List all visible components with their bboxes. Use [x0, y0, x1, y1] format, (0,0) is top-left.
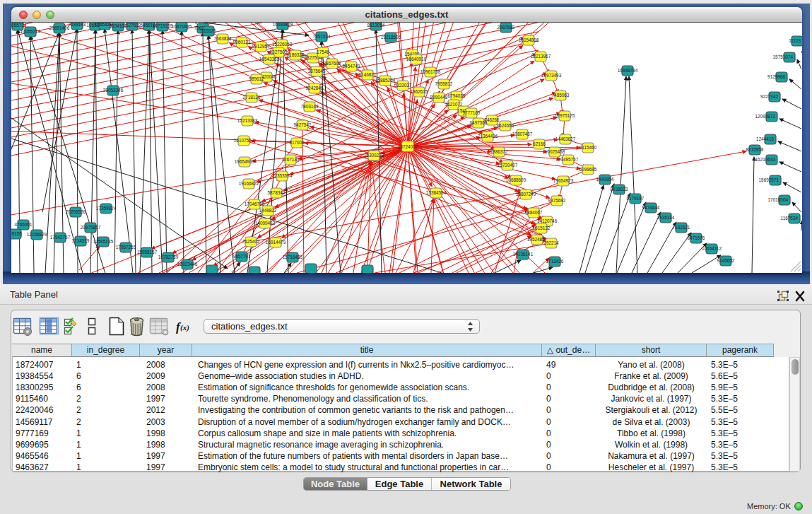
svg-text:16640910: 16640910: [406, 57, 427, 62]
svg-text:9242848: 9242848: [306, 86, 324, 90]
svg-text:14099483: 14099483: [255, 221, 276, 226]
svg-text:1440954: 1440954: [596, 177, 614, 182]
svg-text:15885204: 15885204: [375, 78, 396, 83]
svg-text:1714519: 1714519: [72, 238, 90, 243]
svg-text:17016504: 17016504: [768, 197, 789, 202]
svg-text:8454749: 8454749: [343, 64, 360, 69]
svg-text:6794028: 6794028: [448, 93, 466, 98]
svg-text:2055714: 2055714: [11, 23, 27, 28]
svg-text:12213383: 12213383: [237, 118, 258, 123]
svg-text:5878342: 5878342: [268, 190, 286, 195]
svg-text:12975125: 12975125: [555, 113, 575, 118]
svg-text:9474444: 9474444: [642, 205, 660, 210]
svg-text:1244415: 1244415: [756, 136, 774, 141]
svg-text:6099695: 6099695: [579, 167, 597, 172]
svg-text:3875645: 3875645: [308, 69, 326, 74]
svg-text:7632621: 7632621: [673, 225, 690, 230]
svg-text:2087682: 2087682: [498, 25, 515, 30]
svg-text:15300233: 15300233: [364, 153, 384, 158]
svg-text:2867608: 2867608: [324, 61, 341, 66]
svg-text:817006: 817006: [289, 140, 305, 145]
svg-text:16782759: 16782759: [158, 255, 179, 259]
svg-text:7663822: 7663822: [214, 36, 232, 41]
svg-text:17046785: 17046785: [245, 201, 265, 206]
svg-text:10025458: 10025458: [545, 149, 565, 154]
svg-text:1167534: 1167534: [781, 216, 799, 221]
svg-text:9427542: 9427542: [294, 122, 312, 127]
svg-text:1527602: 1527602: [124, 23, 141, 28]
svg-text:16107552: 16107552: [234, 138, 254, 143]
svg-text:20206536: 20206536: [66, 209, 86, 214]
svg-text:10688609: 10688609: [506, 177, 526, 182]
svg-text:13384554: 13384554: [426, 190, 447, 195]
svg-text:16033809: 16033809: [273, 23, 293, 27]
svg-text:9227342: 9227342: [760, 94, 778, 99]
svg-text:15751074: 15751074: [773, 54, 794, 59]
svg-text:15692971: 15692971: [759, 177, 779, 182]
svg-text:18724007: 18724007: [398, 144, 418, 149]
svg-text:9777169: 9777169: [463, 110, 481, 115]
svg-text:20691406: 20691406: [49, 25, 70, 30]
svg-text:12093872: 12093872: [755, 114, 776, 119]
svg-text:16948784: 16948784: [618, 68, 638, 73]
svg-text:4765001: 4765001: [15, 222, 33, 227]
svg-text:15226058: 15226058: [272, 42, 293, 47]
svg-text:10719155: 10719155: [153, 23, 173, 28]
svg-text:12213967: 12213967: [531, 54, 551, 59]
svg-text:252214: 252214: [543, 240, 559, 245]
svg-text:17957255: 17957255: [116, 245, 136, 250]
svg-text:6497568: 6497568: [470, 120, 488, 125]
svg-text:8813054: 8813054: [367, 23, 385, 28]
svg-text:19654933: 19654933: [235, 159, 255, 164]
svg-text:62166: 62166: [533, 141, 546, 146]
svg-text:2718126: 2718126: [243, 95, 261, 100]
svg-text:9146821: 9146821: [359, 72, 377, 77]
svg-text:8990448: 8990448: [430, 95, 448, 100]
svg-text:15958157: 15958157: [137, 250, 158, 255]
svg-text:8912954: 8912954: [252, 44, 270, 49]
svg-text:20975857: 20975857: [81, 225, 101, 230]
svg-text:14136141: 14136141: [513, 252, 534, 257]
svg-text:12156829: 12156829: [27, 232, 47, 237]
svg-text:9115460: 9115460: [579, 145, 597, 150]
svg-text:10973493: 10973493: [541, 73, 562, 78]
svg-text:19166822: 19166822: [239, 181, 259, 186]
svg-text:1362615: 1362615: [411, 89, 428, 94]
svg-text:(x): (x): [180, 323, 189, 332]
svg-text:13807249: 13807249: [516, 192, 536, 197]
svg-text:17359924: 17359924: [96, 206, 117, 211]
svg-text:12353594: 12353594: [272, 173, 293, 178]
svg-text:23495757: 23495757: [558, 157, 579, 162]
svg-text:9129966: 9129966: [767, 74, 785, 79]
svg-text:14120746: 14120746: [537, 218, 558, 223]
svg-text:39155: 39155: [11, 231, 22, 236]
svg-text:12823446: 12823446: [177, 262, 198, 267]
svg-text:10961758: 10961758: [420, 69, 441, 74]
svg-text:14055714: 14055714: [20, 29, 41, 34]
svg-text:7485063: 7485063: [552, 93, 570, 98]
svg-text:10654112: 10654112: [702, 246, 722, 251]
svg-text:1449822: 1449822: [259, 208, 277, 213]
svg-text:7625402: 7625402: [242, 239, 260, 244]
svg-text:12505135: 12505135: [93, 239, 114, 244]
svg-text:8960123: 8960123: [233, 40, 251, 45]
svg-text:9884067: 9884067: [525, 210, 543, 215]
svg-text:17942757: 17942757: [50, 235, 71, 240]
svg-text:7886372: 7886372: [490, 149, 508, 154]
svg-text:2033193: 2033193: [69, 23, 86, 27]
svg-text:10671935: 10671935: [172, 24, 192, 29]
svg-text:9857791: 9857791: [233, 254, 251, 259]
svg-text:17546: 17546: [317, 49, 329, 54]
svg-text:11123: 11123: [789, 38, 801, 43]
svg-text:8215958: 8215958: [746, 147, 764, 152]
svg-text:7803144: 7803144: [301, 104, 319, 109]
svg-text:3624554: 3624554: [497, 123, 514, 128]
svg-text:15720407: 15720407: [498, 163, 518, 168]
svg-text:19218506: 19218506: [381, 35, 401, 40]
svg-text:14463627: 14463627: [555, 136, 576, 141]
svg-text:6322037: 6322037: [394, 83, 412, 88]
svg-text:9327505: 9327505: [270, 49, 288, 54]
svg-text:16210643: 16210643: [755, 157, 776, 162]
svg-text:6179197: 6179197: [627, 196, 645, 201]
svg-text:9245652: 9245652: [717, 258, 735, 263]
